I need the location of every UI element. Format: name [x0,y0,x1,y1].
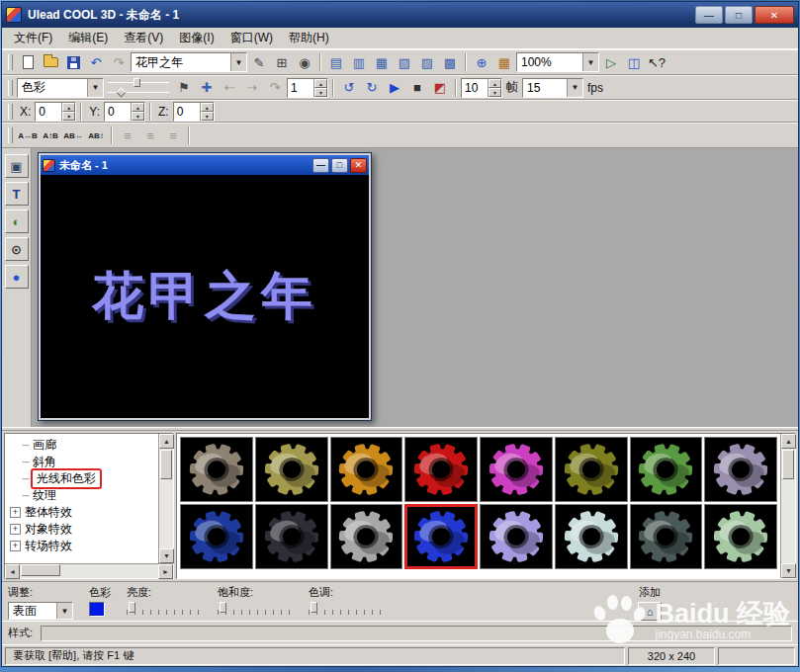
spin-down-icon[interactable]: ▾ [489,88,501,97]
z-spinner[interactable]: 0 ▴▾ [173,102,215,122]
scroll-track[interactable] [781,449,795,563]
spin-down-icon[interactable]: ▾ [201,112,214,121]
scroll-thumb[interactable] [21,564,60,576]
toolbar-grip[interactable] [8,104,13,120]
spin-up-icon[interactable]: ▴ [489,79,501,88]
tree-item[interactable]: ─纹理 [7,487,158,504]
gear-style-thumbnail[interactable] [180,504,253,569]
spin-down-icon[interactable]: ▾ [62,112,75,121]
toolbar-toggle-icon[interactable]: ▧ [394,52,415,72]
toolbar-toggle-icon[interactable]: ▥ [348,52,370,72]
gear-style-thumbnail-selected[interactable] [404,504,478,569]
scroll-track[interactable] [20,564,158,578]
camera-view-icon[interactable]: ◉ [294,52,315,72]
toolbar-grip[interactable] [8,54,13,70]
gallery-vertical-scrollbar[interactable]: ▲ ▼ [780,434,795,578]
scroll-thumb[interactable] [782,450,794,479]
gear-style-thumbnail[interactable] [704,504,777,569]
slider-thumb[interactable] [220,602,226,613]
x-spinner[interactable]: 0 ▴▾ [35,102,76,122]
step-forward-icon[interactable]: ⇢ [241,78,263,98]
toolbar-toggle-icon[interactable]: ▤ [325,52,347,72]
play-button[interactable]: ▶ [384,78,405,98]
gear-style-thumbnail[interactable] [255,504,328,569]
gear-style-thumbnail[interactable] [630,437,703,502]
chevron-down-icon[interactable]: ▼ [582,53,598,71]
document-minimize-button[interactable]: — [312,158,329,173]
spin-up-icon[interactable]: ▴ [201,103,214,112]
gear-style-thumbnail[interactable] [480,504,553,569]
rotate-cw-icon[interactable]: ↻ [361,78,383,98]
edit-text-icon[interactable]: ✎ [248,52,270,72]
export-icon[interactable]: ◫ [623,52,645,72]
font-combobox[interactable]: 花甲之年 ▼ [131,52,247,72]
gear-style-thumbnail[interactable] [630,504,703,569]
gear-style-thumbnail[interactable] [255,437,328,502]
texture-grid-icon[interactable]: ▦ [493,52,515,72]
scroll-left-icon[interactable]: ◄ [5,564,20,579]
menu-window[interactable]: 窗口(W) [222,28,281,48]
baseline-icon[interactable]: AB↕ [85,126,107,145]
document-window[interactable]: 未命名 - 1 — □ ✕ 花甲之年 [38,152,372,421]
chevron-down-icon[interactable]: ▼ [56,603,72,619]
document-titlebar[interactable]: 未命名 - 1 — □ ✕ [41,155,369,175]
line-spacing-icon[interactable]: A↕B [40,126,61,145]
kerning-icon[interactable]: AB↔ [62,126,84,145]
insert-graphics-button[interactable]: ◐ [5,210,29,233]
minimize-button[interactable]: — [695,6,723,24]
tree-item[interactable]: +转场特效 [7,538,158,554]
render-animation-icon[interactable]: ▷ [600,52,622,72]
save-icon[interactable] [62,52,84,72]
expander-plus-icon[interactable]: + [10,507,21,518]
align-center-icon[interactable]: ≡ [139,126,161,145]
scroll-track[interactable] [159,449,173,548]
expander-plus-icon[interactable]: + [10,524,21,535]
open-folder-icon[interactable] [40,52,61,72]
tree-vertical-scrollbar[interactable]: ▲ ▼ [158,434,173,563]
gear-style-thumbnail[interactable] [330,437,403,502]
slider-thumb[interactable] [117,88,127,98]
tree-item[interactable]: ─画廊 [7,437,158,454]
gear-style-thumbnail[interactable] [704,437,777,502]
titlebar[interactable]: Ulead COOL 3D - 未命名 - 1 — □ ✕ [2,2,798,28]
toolbar-toggle-icon[interactable]: ▦ [371,52,393,72]
slider-thumb[interactable] [311,602,317,613]
sphere-tool-button[interactable]: ● [5,265,29,289]
maximize-button[interactable]: □ [725,6,753,24]
gear-style-thumbnail[interactable] [555,504,628,569]
surface-combobox[interactable]: 表面 ▼ [8,602,73,620]
menu-image[interactable]: 图像(I) [171,28,222,48]
add-to-gallery-button[interactable]: ⌂ [638,602,662,621]
menu-edit[interactable]: 编辑(E) [60,28,116,48]
new-document-icon[interactable] [17,52,39,72]
hue-slider[interactable] [309,602,384,615]
gear-style-thumbnail[interactable] [555,437,628,502]
insert-text-button[interactable]: T [5,182,29,206]
close-button[interactable]: ✕ [755,6,794,24]
tree-item[interactable]: +整体特效 [7,504,158,521]
globe-icon[interactable]: ⊕ [471,52,492,72]
menu-help[interactable]: 帮助(H) [281,28,337,48]
chevron-down-icon[interactable]: ▼ [230,53,246,71]
attribute-combobox[interactable]: 色彩 ▼ [17,78,104,98]
scroll-up-icon[interactable]: ▲ [159,434,174,449]
flag-icon[interactable]: ⚑ [173,78,195,98]
frames-combobox[interactable]: 15 ▼ [522,78,583,98]
nudge-tool-icon[interactable]: ✚ [196,78,218,98]
render-canvas[interactable]: 花甲之年 [41,175,369,418]
document-close-button[interactable]: ✕ [350,158,367,173]
undo-icon[interactable]: ↶ [85,52,107,72]
rotate-ccw-icon[interactable]: ↺ [338,78,360,98]
toolbar-grip[interactable] [8,80,13,96]
chevron-down-icon[interactable]: ▼ [567,79,582,97]
scroll-thumb[interactable] [160,450,172,479]
gear-style-thumbnail[interactable] [330,504,403,569]
char-spacing-icon[interactable]: A↔B [17,126,39,145]
zoom-tool-button[interactable]: ⊙ [5,237,29,261]
menu-view[interactable]: 查看(V) [116,28,171,48]
chevron-down-icon[interactable]: ▼ [87,79,103,97]
toolbar-toggle-icon[interactable]: ▩ [439,52,461,72]
expander-plus-icon[interactable]: + [10,541,21,551]
tree-item[interactable]: ─光线和色彩 [7,470,158,487]
slider-thumb[interactable] [129,602,135,613]
